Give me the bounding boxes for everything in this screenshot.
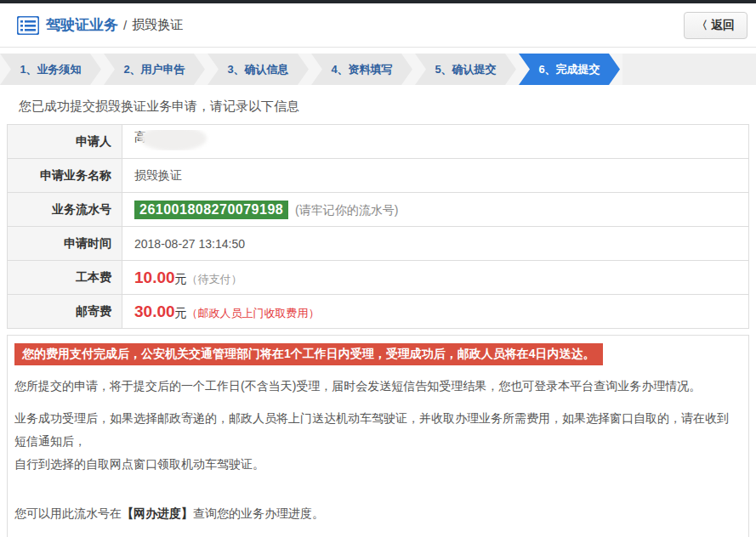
applicant-name-masked: 高 (134, 130, 228, 150)
application-info-table: 申请人 高 申请业务名称 损毁换证 业务流水号 2610018082700791… (7, 124, 749, 329)
step-5-confirm-submit: 5、确认提交 (415, 54, 516, 85)
main-content: 您已成功提交损毁换证业务申请，请记录以下信息 申请人 高 申请业务名称 损毁换证… (0, 99, 756, 537)
step-1-business-notice: 1、业务须知 (0, 54, 101, 85)
notice-paragraph-1: 您所提交的申请，将于提交后的一个工作日(不含当天)受理，届时会发送短信告知受理结… (14, 375, 738, 398)
table-row-production-fee: 工本费 10.00元（待支付） (8, 261, 749, 295)
list-icon (17, 16, 39, 35)
header-divider (0, 47, 756, 48)
row-label: 邮寄费 (8, 295, 122, 329)
business-name-value: 损毁换证 (122, 159, 749, 193)
table-row-applicant: 申请人 高 (8, 125, 749, 159)
postage-fee-note: （邮政人员上门收取费用） (187, 307, 320, 319)
breadcrumb-current: 损毁换证 (132, 17, 183, 33)
page-header: 驾驶证业务 / 损毁换证 〈 返回 (0, 3, 756, 47)
table-row-business-name: 申请业务名称 损毁换证 (8, 159, 749, 193)
page-title: 驾驶证业务 (46, 15, 118, 35)
notice-box: 您的费用支付完成后，公安机关交通管理部门将在1个工作日内受理，受理成功后，邮政人… (7, 335, 749, 537)
progress-query-reference: 【网办进度】 (122, 506, 193, 520)
table-row-postage-fee: 邮寄费 30.00元（邮政人员上门收取费用） (8, 295, 749, 329)
notice-paragraph-3: 您可以用此流水号在【网办进度】查询您的业务办理进度。 (14, 502, 738, 525)
notice-paragraph-2: 业务成功受理后，如果选择邮政寄递的，邮政人员将上门送达机动车驾驶证，并收取办理业… (14, 407, 738, 477)
table-row-apply-time: 申请时间 2018-08-27 13:14:50 (8, 227, 749, 261)
row-label: 申请时间 (8, 227, 122, 261)
payment-warning-banner: 您的费用支付完成后，公安机关交通管理部门将在1个工作日内受理，受理成功后，邮政人… (14, 343, 603, 365)
row-label: 业务流水号 (8, 193, 122, 227)
back-button-top[interactable]: 〈 返回 (684, 12, 747, 39)
chevron-left-icon: 〈 (696, 18, 708, 33)
fee-unit: 元 (175, 272, 187, 285)
row-label: 工本费 (8, 261, 122, 295)
breadcrumb-separator: / (123, 18, 127, 32)
step-3-confirm-info: 3、确认信息 (207, 54, 309, 85)
success-message: 您已成功提交损毁换证业务申请，请记录以下信息 (19, 99, 749, 115)
production-fee-amount: 10.00 (134, 268, 175, 286)
fee-unit: 元 (175, 306, 187, 319)
step-4-fill-materials: 4、资料填写 (311, 54, 412, 85)
serial-number-badge: 261001808270079198 (134, 201, 288, 219)
steps-filler (622, 54, 756, 85)
serial-note: (请牢记你的流水号) (295, 203, 398, 217)
wizard-steps: 1、业务须知 2、用户申告 3、确认信息 4、资料填写 5、确认提交 6、完成提… (0, 54, 756, 85)
table-row-serial: 业务流水号 261001808270079198 (请牢记你的流水号) (8, 193, 749, 227)
step-2-user-declaration: 2、用户申告 (104, 54, 205, 85)
postage-fee-amount: 30.00 (134, 302, 175, 320)
production-fee-note: （待支付） (187, 273, 242, 285)
row-label: 申请人 (8, 125, 122, 159)
step-6-complete-submit: 6、完成提交 (519, 54, 620, 85)
row-label: 申请业务名称 (8, 159, 122, 193)
blur-redaction (140, 130, 207, 150)
apply-time-value: 2018-08-27 13:14:50 (122, 227, 749, 261)
back-button-label: 返回 (711, 18, 735, 33)
